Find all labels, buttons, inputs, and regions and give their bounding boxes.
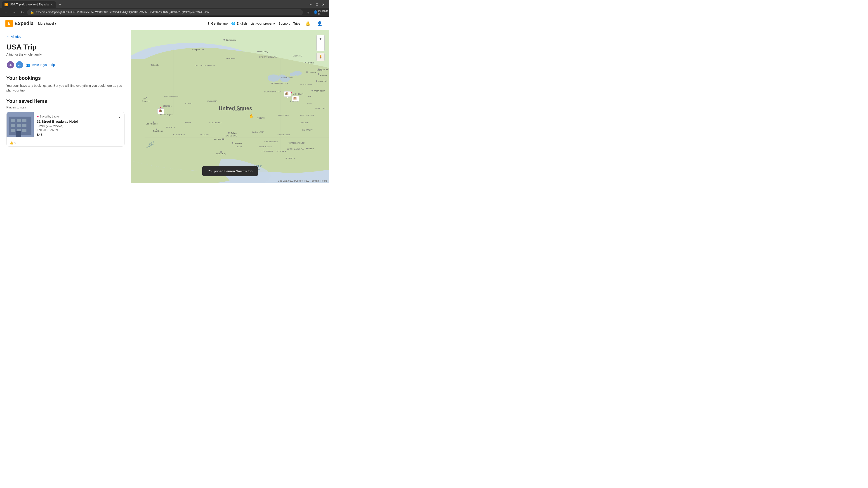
svg-text:Calgary: Calgary — [192, 48, 200, 51]
invite-icon: 👥 — [26, 63, 30, 67]
svg-text:KENTUCKY: KENTUCKY — [302, 129, 313, 131]
svg-point-97 — [305, 62, 306, 63]
person-icon: 🧍 — [318, 55, 323, 59]
svg-point-85 — [228, 132, 230, 133]
get-app-button[interactable]: ⬇ Get the app — [207, 22, 228, 25]
svg-text:Dallas: Dallas — [230, 132, 237, 134]
active-tab[interactable]: E USA Trip trip overview | Expedia ✕ — [2, 1, 56, 8]
svg-text:New York: New York — [318, 80, 328, 83]
account-button[interactable]: 👤 — [315, 20, 324, 28]
hotel-rating: 5.2/10 (764 reviews) — [37, 124, 112, 128]
trips-button[interactable]: Trips — [293, 22, 300, 25]
hotel-image — [6, 112, 34, 137]
support-label: Support — [278, 22, 289, 25]
svg-point-101 — [316, 80, 317, 82]
svg-point-87 — [231, 142, 233, 143]
refresh-button[interactable]: ↻ — [19, 9, 25, 15]
svg-rect-8 — [11, 129, 15, 132]
svg-point-93 — [306, 71, 308, 73]
zoom-in-button[interactable]: + — [316, 35, 324, 43]
saved-items-title: Your saved items — [6, 98, 125, 104]
forward-button[interactable]: → — [11, 9, 17, 15]
svg-rect-5 — [11, 124, 15, 127]
close-button[interactable]: ✕ — [321, 2, 326, 7]
header-actions: ⬇ Get the app 🌐 English List your proper… — [207, 20, 324, 28]
more-travel-nav[interactable]: More travel ▾ — [38, 22, 56, 25]
svg-text:Monterrey: Monterrey — [216, 152, 226, 155]
support-button[interactable]: Support — [278, 22, 289, 25]
svg-text:ALABAMA: ALABAMA — [269, 140, 278, 143]
svg-text:WYOMING: WYOMING — [207, 100, 217, 102]
heart-icon: ♥ — [37, 115, 39, 119]
new-tab-button[interactable]: + — [57, 1, 63, 8]
svg-text:San: San — [143, 98, 146, 100]
svg-text:Winnipeg: Winnipeg — [259, 50, 268, 53]
browser-nav-bar: ← → ↻ 🔒 expedia.com/trips/egti-0RO-JET-T… — [0, 8, 329, 17]
svg-text:PENN: PENN — [307, 102, 313, 105]
avatar-ld: LD — [6, 61, 14, 69]
svg-point-109 — [287, 96, 288, 98]
zoom-out-button[interactable]: − — [316, 43, 324, 51]
hotel-card-inner: ♥ Saved by Lauren 31 Street Broadway Hot… — [6, 112, 124, 139]
svg-point-103 — [311, 90, 313, 91]
svg-text:♥: ♥ — [160, 106, 161, 108]
back-button[interactable]: ← — [3, 9, 9, 15]
svg-text:Edmonton: Edmonton — [226, 39, 236, 41]
download-icon: ⬇ — [207, 22, 210, 25]
hotel-menu-button[interactable]: ⋮ — [115, 112, 124, 123]
svg-point-13 — [268, 74, 280, 82]
hotel-name[interactable]: 31 Street Broadway Hotel — [37, 120, 112, 123]
tab-close-button[interactable]: ✕ — [51, 3, 53, 6]
maximize-button[interactable]: □ — [315, 2, 319, 7]
svg-point-95 — [318, 68, 320, 70]
incognito-button[interactable]: Incognito (3) — [320, 9, 327, 15]
svg-text:OKLAHOMA: OKLAHOMA — [252, 131, 265, 133]
svg-text:NEW MEXICO: NEW MEXICO — [225, 135, 237, 137]
svg-text:Miami: Miami — [308, 147, 314, 150]
profile-button[interactable]: 👤 — [312, 9, 319, 15]
notifications-button[interactable]: 🔔 — [304, 20, 312, 28]
trips-label: Trips — [293, 22, 300, 25]
svg-text:NEW YORK: NEW YORK — [315, 107, 326, 109]
svg-text:FLORIDA: FLORIDA — [285, 157, 295, 160]
svg-text:UTAH: UTAH — [185, 121, 191, 124]
list-property-label: List your property — [250, 22, 275, 25]
svg-text:San Diego: San Diego — [153, 130, 163, 132]
back-label: All trips — [11, 35, 21, 38]
address-bar[interactable]: 🔒 expedia.com/trips/egti-0RO-JET-TPJX?in… — [27, 9, 303, 15]
page: E Expedia More travel ▾ ⬇ Get the app 🌐 … — [0, 17, 329, 183]
svg-text:Washington: Washington — [314, 90, 325, 92]
more-travel-label: More travel — [38, 22, 54, 25]
list-property-button[interactable]: List your property — [250, 22, 275, 25]
svg-text:🏨: 🏨 — [293, 96, 297, 100]
toast-notification: You joined Lauren Smith's trip — [202, 166, 258, 176]
svg-text:United States: United States — [219, 105, 252, 111]
invite-to-trip-button[interactable]: 👥 Invite to your trip — [26, 63, 55, 67]
map-container[interactable]: BRITISH COLUMBIA ALBERTA SASKATCHEWAN ON… — [131, 30, 329, 183]
svg-text:Houston: Houston — [234, 142, 242, 144]
back-to-trips-link[interactable]: ← All trips — [6, 35, 125, 38]
like-button[interactable]: 👍 0 — [10, 141, 16, 144]
hotel-building-svg — [6, 112, 34, 137]
svg-text:ONTARIO: ONTARIO — [293, 55, 303, 57]
svg-rect-4 — [22, 119, 26, 122]
svg-text:KANSAS: KANSAS — [257, 117, 265, 119]
places-label: Places to stay — [6, 105, 125, 109]
svg-text:Montreal: Montreal — [320, 68, 329, 70]
map-attribution: Map Data ©2024 Google, INEGI | 500 km | … — [278, 180, 327, 182]
svg-text:ALBERTA: ALBERTA — [226, 57, 236, 59]
svg-text:Toronto: Toronto — [307, 61, 314, 64]
bookings-desc: You don't have any bookings yet. But you… — [6, 84, 125, 93]
hotel-info: ♥ Saved by Lauren 31 Street Broadway Hot… — [34, 112, 115, 139]
language-button[interactable]: 🌐 English — [231, 22, 247, 25]
svg-rect-11 — [16, 131, 21, 137]
language-label: English — [237, 22, 247, 25]
svg-text:WISCONSIN: WISCONSIN — [300, 83, 312, 86]
logo[interactable]: E Expedia — [5, 20, 33, 27]
street-view-button[interactable]: 🧍 — [316, 53, 324, 61]
bookmark-button[interactable]: ☆ — [305, 9, 311, 15]
left-panel: ← All trips USA Trip A trip for the whol… — [0, 30, 131, 183]
svg-text:MICHIGAN: MICHIGAN — [293, 93, 304, 95]
svg-rect-7 — [22, 124, 26, 127]
minimize-button[interactable]: − — [308, 2, 313, 7]
